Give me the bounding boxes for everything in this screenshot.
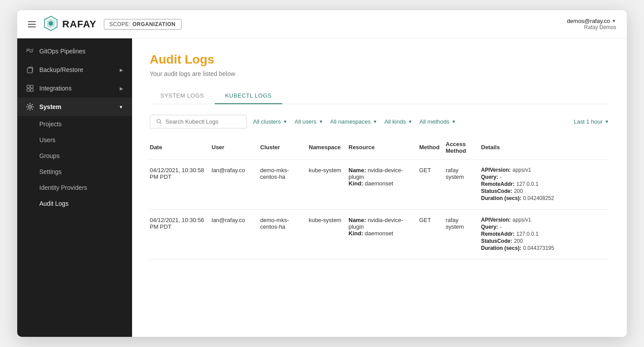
svg-rect-6 xyxy=(27,89,30,91)
namespaces-caret-icon: ▼ xyxy=(373,119,377,124)
gear-icon xyxy=(26,103,34,111)
col-date: Date xyxy=(150,137,212,160)
search-icon xyxy=(156,118,162,124)
page-subtitle: Your audit logs are listed below xyxy=(150,70,609,77)
col-method: Method xyxy=(419,137,446,160)
scope-label: SCOPE: xyxy=(110,21,133,27)
svg-rect-7 xyxy=(30,89,33,91)
methods-caret-icon: ▼ xyxy=(451,119,456,124)
sidebar-item-identity-providers[interactable]: Identity Providers xyxy=(17,180,132,196)
row1-resource-kind-label: Kind: xyxy=(349,180,363,187)
filter-users[interactable]: All users ▼ xyxy=(294,117,324,127)
row2-method: GET xyxy=(419,209,446,259)
row1-method: GET xyxy=(419,159,446,209)
scope-value: ORGANIZATION xyxy=(133,21,176,27)
wave-icon xyxy=(26,47,34,55)
integrations-arrow-icon: ▶ xyxy=(120,86,123,91)
kinds-caret-icon: ▼ xyxy=(408,119,413,124)
row2-query-value: - xyxy=(500,224,502,230)
row1-date: 04/12/2021, 10:30:58 PM PDT xyxy=(150,159,212,209)
svg-rect-5 xyxy=(30,85,33,88)
row1-user: lan@rafay.co xyxy=(212,159,260,209)
logo-text: RAFAY xyxy=(62,19,97,30)
row2-remote-value: 127.0.0.1 xyxy=(516,231,538,237)
col-details: Details xyxy=(481,137,609,160)
sidebar-item-users[interactable]: Users xyxy=(17,132,132,148)
tab-kubectl-logs[interactable]: KUBECTL LOGS xyxy=(215,88,282,104)
row1-remote-label: RemoteAddr: xyxy=(481,181,515,187)
row2-remote-label: RemoteAddr: xyxy=(481,231,515,237)
row1-api-value: apps/v1 xyxy=(512,167,531,173)
sidebar-item-settings[interactable]: Settings xyxy=(17,164,132,180)
clusters-caret-icon: ▼ xyxy=(283,119,288,124)
row1-status-value: 200 xyxy=(514,188,523,194)
topbar: RAFAY SCOPE: ORGANIZATION demos@rafay.co… xyxy=(17,10,627,38)
topbar-right: demos@rafay.co ▼ Rafay Demos xyxy=(567,18,616,30)
tab-system-logs[interactable]: SYSTEM LOGS xyxy=(150,88,215,104)
filter-kinds[interactable]: All kinds ▼ xyxy=(383,117,413,127)
row2-resource: Name: nvidia-device-plugin Kind: daemons… xyxy=(349,209,419,259)
row2-date: 04/12/2021, 10:30:56 PM PDT xyxy=(150,209,212,259)
filter-clusters[interactable]: All clusters ▼ xyxy=(252,117,288,127)
user-dropdown-caret[interactable]: ▼ xyxy=(612,19,616,23)
row2-status-label: StatusCode: xyxy=(481,238,512,244)
row1-status-label: StatusCode: xyxy=(481,188,512,194)
row1-resource-kind: daemonset xyxy=(365,180,393,187)
row2-namespace: kube-system xyxy=(309,209,349,259)
sidebar-label-backup: Backup/Restore xyxy=(39,66,83,73)
filter-methods[interactable]: All methods ▼ xyxy=(419,117,457,127)
col-resource: Resource xyxy=(349,137,419,160)
row1-access-method: rafay system xyxy=(446,159,481,209)
search-input[interactable] xyxy=(165,118,240,125)
sidebar-item-backup-left: Backup/Restore xyxy=(26,66,83,74)
sidebar-item-groups[interactable]: Groups xyxy=(17,148,132,164)
log-table: Date User Cluster Namespace Resource Met… xyxy=(150,137,609,260)
sidebar-item-projects[interactable]: Projects xyxy=(17,116,132,132)
row1-cluster: demo-mks-centos-ha xyxy=(260,159,309,209)
page-title: Audit Logs xyxy=(150,53,609,67)
scope-badge: SCOPE: ORGANIZATION xyxy=(104,19,182,30)
user-email: demos@rafay.co xyxy=(567,18,610,24)
svg-line-10 xyxy=(160,122,161,124)
row1-query-label: Query: xyxy=(481,174,498,180)
col-cluster: Cluster xyxy=(260,137,309,160)
hamburger-icon[interactable] xyxy=(28,21,36,27)
row1-details: APIVersion:apps/v1 Query:- RemoteAddr:12… xyxy=(481,159,609,209)
row2-resource-kind: daemonset xyxy=(365,230,393,237)
row2-details: APIVersion:apps/v1 Query:- RemoteAddr:12… xyxy=(481,209,609,259)
main-layout: GitOps Pipelines Backup/Restore ▶ xyxy=(17,38,627,337)
sidebar-label-gitops: GitOps Pipelines xyxy=(39,48,85,55)
sidebar-label-system: System xyxy=(39,103,61,110)
time-filter[interactable]: Last 1 hour ▼ xyxy=(574,118,609,125)
row1-duration-label: Duration (secs): xyxy=(481,195,521,201)
sidebar-item-gitops[interactable]: GitOps Pipelines xyxy=(17,42,132,60)
sidebar-item-integrations-left: Integrations xyxy=(26,84,72,92)
sidebar-label-integrations: Integrations xyxy=(39,85,72,92)
row2-query-label: Query: xyxy=(481,224,498,230)
logo-icon xyxy=(43,15,59,33)
filter-namespaces[interactable]: All namespaces ▼ xyxy=(330,117,379,127)
row2-cluster: demo-mks-centos-ha xyxy=(260,209,309,259)
row1-resource: Name: nvidia-device-plugin Kind: daemons… xyxy=(349,159,419,209)
col-namespace: Namespace xyxy=(309,137,349,160)
sidebar-item-backup[interactable]: Backup/Restore ▶ xyxy=(17,60,132,79)
user-name: Rafay Demos xyxy=(584,24,616,30)
sidebar-item-gitops-left: GitOps Pipelines xyxy=(26,47,85,55)
row1-query-value: - xyxy=(500,174,502,180)
sidebar-item-audit-logs[interactable]: Audit Logs xyxy=(17,196,132,211)
logo: RAFAY xyxy=(43,15,97,33)
col-user: User xyxy=(212,137,260,160)
sidebar: GitOps Pipelines Backup/Restore ▶ xyxy=(17,38,132,337)
time-caret-icon: ▼ xyxy=(605,119,609,124)
copy-icon xyxy=(26,66,34,74)
row2-resource-kind-label: Kind: xyxy=(349,230,363,237)
row2-user: lan@rafay.co xyxy=(212,209,260,259)
main-content: Audit Logs Your audit logs are listed be… xyxy=(132,38,627,337)
sidebar-item-system[interactable]: System ▼ xyxy=(17,98,132,116)
sidebar-item-integrations[interactable]: Integrations ▶ xyxy=(17,79,132,98)
search-box[interactable] xyxy=(150,115,247,128)
row1-api-label: APIVersion: xyxy=(481,167,511,173)
backup-arrow-icon: ▶ xyxy=(120,68,123,72)
table-row: 04/12/2021, 10:30:56 PM PDT lan@rafay.co… xyxy=(150,209,609,259)
svg-rect-3 xyxy=(27,68,32,73)
